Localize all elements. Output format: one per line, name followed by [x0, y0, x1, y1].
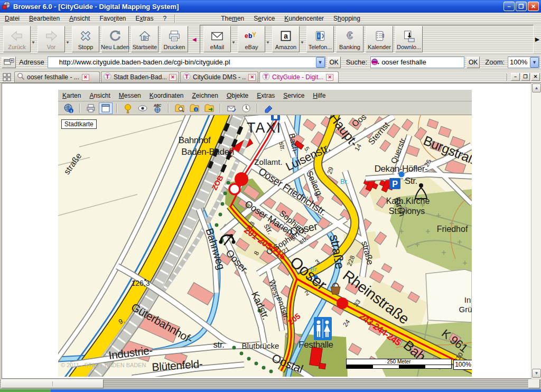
page-restore-button[interactable]: ❐ — [521, 73, 530, 81]
map-menu-zeichnen[interactable]: Zeichnen — [188, 90, 222, 101]
home-icon — [138, 29, 152, 43]
scrollbar-thumb[interactable] — [1, 379, 104, 388]
menu-kundencenter[interactable]: Kundencenter — [279, 13, 329, 24]
svg-text:i: i — [195, 108, 197, 111]
toolbar-separator — [116, 104, 117, 113]
divider — [507, 73, 507, 81]
map-canvas[interactable]: PTAXIBahnhofBaden-BadenstraßeZOBZollamt.… — [58, 115, 472, 377]
mail-send-icon[interactable] — [225, 102, 238, 114]
tab-grid-icon[interactable] — [1, 72, 13, 82]
url-ok-button[interactable]: OK — [328, 57, 341, 68]
menu-themen[interactable]: Themen — [216, 13, 249, 24]
email-button[interactable]: eMail — [203, 26, 231, 52]
downlo--button[interactable]: Downlo... — [395, 26, 423, 52]
tab-close-icon[interactable]: ✕ — [326, 74, 333, 81]
zoom-input[interactable] — [508, 58, 530, 66]
taskbar-edge — [0, 389, 541, 392]
map-menu-service[interactable]: Service — [279, 90, 309, 101]
dropdown-arrow-icon[interactable]: ▼ — [31, 40, 36, 45]
menu-?[interactable]: ? — [158, 13, 172, 24]
ebay-icon: ebY — [244, 29, 259, 43]
telefon--button[interactable]: iTelefon... — [306, 26, 334, 52]
menu-shopping[interactable]: Shopping — [329, 13, 365, 24]
page-minimize-button[interactable]: – — [511, 73, 520, 81]
url-dropdown-icon[interactable]: ▼ — [316, 57, 325, 68]
overflow-arrow-icon[interactable]: ▶ — [534, 24, 541, 54]
frame-icon-selected[interactable] — [99, 102, 113, 114]
tab-3[interactable]: TCityGuide DMS - ...✕ — [180, 71, 258, 82]
scroll-up-icon[interactable]: ▲ — [532, 83, 541, 92]
svg-text:P: P — [392, 180, 398, 189]
kalender-button[interactable]: Kalender — [366, 26, 393, 52]
neu-laden-button[interactable]: Neu Laden — [101, 26, 129, 52]
dropdown-arrow-icon[interactable]: ▼ — [300, 40, 305, 45]
clock-icon[interactable] — [239, 102, 253, 114]
zoom-dropdown-icon[interactable]: ▼ — [530, 57, 539, 68]
folder-search-icon[interactable] — [173, 102, 186, 114]
abc-globe-icon[interactable]: ABC — [151, 102, 164, 114]
startseite-button[interactable]: Startseite — [131, 26, 158, 52]
vertical-scrollbar[interactable]: ▲ ▼ — [531, 83, 541, 379]
page-close-button[interactable]: ✕ — [531, 73, 540, 81]
map-menu-objekte[interactable]: Objekte — [222, 90, 253, 101]
map-image[interactable]: PTAXIBahnhofBaden-BadenstraßeZOBZollamt.… — [58, 115, 472, 377]
svg-text:Br.: Br. — [340, 178, 349, 185]
printer-icon[interactable] — [84, 102, 98, 114]
globe-info-icon[interactable]: i — [62, 102, 76, 114]
map-menu-koordinaten[interactable]: Koordinaten — [145, 90, 188, 101]
eye-icon[interactable] — [136, 102, 150, 114]
map-menu-hilfe[interactable]: Hilfe — [309, 90, 330, 101]
restore-button[interactable]: ❐ — [516, 2, 527, 11]
tab-close-icon[interactable]: ✕ — [248, 74, 256, 81]
menu-datei[interactable]: Datei — [0, 13, 24, 24]
scroll-down-icon[interactable]: ▼ — [532, 369, 541, 378]
close-button[interactable]: ✕ — [528, 2, 539, 11]
menu-service[interactable]: Service — [249, 13, 279, 24]
tab-close-icon[interactable]: ✕ — [169, 74, 176, 81]
zoom-select[interactable]: ▼ — [508, 57, 539, 68]
menu-favoriten[interactable]: Favoriten — [95, 13, 130, 24]
tab-1[interactable]: ooser festhalle - ...✕ — [14, 71, 100, 82]
drucken-button[interactable]: Drucken — [161, 26, 188, 52]
menu-bearbeiten[interactable]: Bearbeiten — [24, 13, 64, 24]
menu-ansicht[interactable]: Ansicht — [64, 13, 95, 24]
collapse-arrow-icon[interactable]: ◀ — [192, 24, 198, 54]
map-menu-karten[interactable]: Karten — [58, 90, 85, 101]
channels-icon[interactable] — [2, 57, 16, 68]
search-globe-icon[interactable] — [371, 58, 380, 66]
horizontal-scrollbar[interactable] — [0, 379, 541, 389]
menu-extras[interactable]: Extras — [131, 13, 158, 24]
toolbar-separator — [79, 104, 80, 113]
tab-4[interactable]: TCityGuide - Digit...✕ — [259, 71, 339, 82]
dropdown-arrow-icon[interactable]: ▼ — [66, 40, 70, 45]
dropdown-arrow-icon[interactable]: ▼ — [231, 40, 236, 45]
banking-button[interactable]: €Banking — [336, 26, 363, 52]
vor-button[interactable]: Vor — [38, 26, 65, 52]
eraser-icon[interactable] — [262, 102, 275, 114]
layer-button[interactable]: Stadtkarte — [61, 119, 97, 129]
ebay-button[interactable]: ebYeBay — [238, 26, 265, 52]
search-input[interactable] — [380, 58, 476, 66]
map-menu-extras[interactable]: Extras — [253, 90, 279, 101]
tab-close-icon[interactable]: ✕ — [82, 74, 89, 81]
dropdown-arrow-icon[interactable]: ▼ — [266, 40, 270, 45]
url-field[interactable]: ▼ — [48, 57, 325, 68]
search-ok-button[interactable]: OK — [467, 57, 480, 68]
url-input[interactable] — [58, 58, 316, 66]
tab-2[interactable]: TStadt Baden-Bad...✕ — [101, 71, 179, 82]
zur-ck-button[interactable]: Zurück — [3, 26, 31, 52]
svg-text:Dekan-Höfler-: Dekan-Höfler- — [375, 164, 428, 174]
pin-icon[interactable] — [121, 102, 135, 114]
amazon-button[interactable]: aAmazon — [272, 26, 300, 52]
search-field[interactable] — [370, 57, 464, 68]
address-label: Adresse — [19, 58, 44, 66]
stopp-button[interactable]: Stopp — [72, 26, 99, 52]
scale-label: 250 Meter — [346, 359, 452, 365]
map-menu-ansicht[interactable]: Ansicht — [85, 90, 114, 101]
folder-info-icon[interactable]: i — [188, 102, 201, 114]
map-menu-messen[interactable]: Messen — [115, 90, 145, 101]
folder-open-icon[interactable] — [202, 102, 216, 114]
search-label: Suche: — [346, 58, 367, 66]
minimize-button[interactable]: – — [503, 2, 515, 11]
svg-text:e: e — [245, 32, 248, 40]
